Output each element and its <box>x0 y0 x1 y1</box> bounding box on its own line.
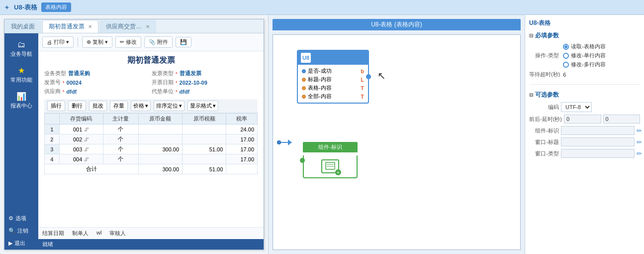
copy-button[interactable]: ⊕ 复制 ▾ <box>82 36 112 48</box>
delay-right-input[interactable] <box>603 115 641 124</box>
print-icon: 🖨 <box>47 39 52 45</box>
print-button[interactable]: 🖨 打印 ▾ <box>42 36 74 48</box>
window-title-input[interactable] <box>561 137 635 146</box>
save-button[interactable]: 💾 <box>176 37 191 47</box>
field-invoice-type: 发票类型 * 普通发票 <box>152 70 258 77</box>
batch-edit-button[interactable]: 批改 <box>89 101 107 111</box>
total-tax: 51.00 <box>183 164 226 174</box>
sidebar-item-business[interactable]: 🗂 业务导航 <box>4 37 38 61</box>
top-bar: ✦ U8-表格 表格内容 <box>0 0 644 15</box>
window-title-row: 窗口-标题 ✏ <box>529 137 640 146</box>
delete-row-button[interactable]: 删行 <box>68 101 86 111</box>
sidebar-item-exit[interactable]: ▶ 退出 <box>4 237 38 250</box>
col-unit: 主计量 <box>103 114 138 125</box>
component-plus-icon: + <box>335 169 341 175</box>
sidebar-item-logout[interactable]: 🔍 注销 <box>4 225 38 237</box>
u8-node[interactable]: U8 是否-成功 b 标题-内容 L 表格-内容 <box>297 50 369 104</box>
port-table: 表格-内容 T <box>302 84 364 92</box>
right-panel: U8-表格 ⊟ 必填参数 操作-类型 读取-表格内容 修改-单行内容 修改-多行 <box>525 15 644 254</box>
stock-button[interactable]: 存量 <box>110 101 128 111</box>
middle-panel: U8-表格 (表格内容) U8 是否-成功 b <box>269 15 525 254</box>
edit-button[interactable]: ✏ 修改 <box>115 36 141 48</box>
svg-rect-1 <box>327 164 334 165</box>
display-select[interactable]: 显示格式 ▾ <box>187 101 218 111</box>
col-row-num <box>45 114 60 125</box>
sidebar-bottom: ⚙ 选项 🔍 注销 ▶ 退出 <box>4 212 38 250</box>
data-table: 存货编码 主计量 原币金额 原币税额 税率 1 001 🖇 个 <box>44 113 258 174</box>
tab-close-supplier[interactable]: ✕ <box>146 24 150 29</box>
radio-multi[interactable]: 修改-多行内容 <box>563 61 606 68</box>
tab-bar: 我的桌面 期初普通发票 ✕ 供应商交货… ✕ <box>4 19 264 33</box>
row-tax <box>183 125 226 134</box>
flow-canvas[interactable]: U8 是否-成功 b 标题-内容 L 表格-内容 <box>273 34 521 250</box>
print-dropdown-icon: ▾ <box>66 39 69 45</box>
port-all: 全部-内容 T <box>302 92 364 101</box>
app-title: U8-表格 <box>14 3 37 12</box>
component-node[interactable]: 组件-标识 + <box>303 142 358 178</box>
tab-desktop[interactable]: 我的桌面 <box>4 20 41 33</box>
component-icon-area: + <box>303 155 358 178</box>
table-toolbar: 插行 删行 批改 存量 价格 ▾ 排序定位 ▾ <box>44 99 258 113</box>
total-label: 合计 <box>45 164 139 174</box>
display-dropdown-icon: ▾ <box>213 103 216 109</box>
svg-rect-2 <box>327 166 334 167</box>
price-select[interactable]: 价格 ▾ <box>131 101 151 111</box>
toolbar: 🖨 打印 ▾ ⊕ 复制 ▾ ✏ 修改 <box>38 33 264 51</box>
row-num: 2 <box>45 134 60 144</box>
row-tax <box>183 154 226 164</box>
divider-1 <box>529 84 640 85</box>
component-node-header: 组件-标识 <box>303 142 358 152</box>
radio-single-dot <box>563 53 569 59</box>
radio-read-dot <box>563 44 569 50</box>
tab-invoice[interactable]: 期初普通发票 ✕ <box>42 20 98 33</box>
port-all-dot <box>302 95 306 99</box>
required-section-header[interactable]: ⊟ 必填参数 <box>529 31 640 40</box>
row-amount <box>138 134 182 144</box>
attach-button[interactable]: 📎 附件 <box>144 36 173 48</box>
component-id-edit-icon[interactable]: ✏ <box>637 127 642 134</box>
node-ports: 是否-成功 b 标题-内容 L 表格-内容 T <box>298 65 368 103</box>
sidebar-item-common[interactable]: ★ 常用功能 <box>4 63 38 87</box>
row-tax <box>183 134 226 144</box>
radio-read[interactable]: 读取-表格内容 <box>563 43 606 50</box>
left-panel: 我的桌面 期初普通发票 ✕ 供应商交货… ✕ 🗂 业务导航 <box>0 15 269 254</box>
radio-single[interactable]: 修改-单行内容 <box>563 52 606 59</box>
sidebar-item-options[interactable]: ⚙ 选项 <box>4 212 38 225</box>
order-select[interactable]: 排序定位 ▾ <box>154 101 184 111</box>
window-type-edit-icon[interactable]: ✏ <box>637 150 642 157</box>
encoding-select[interactable]: UTF-8 <box>561 102 592 112</box>
delay-left-input[interactable] <box>564 115 601 124</box>
invoice-header: 业务类型 普通采购 发票类型 * 普通发票 发票号 * <box>44 70 258 95</box>
col-tax: 原币税额 <box>183 114 226 125</box>
window-title-edit-icon[interactable]: ✏ <box>637 138 642 146</box>
separator-1 <box>78 37 78 47</box>
insert-row-button[interactable]: 插行 <box>47 101 65 111</box>
optional-section-header[interactable]: ⊟ 可选参数 <box>529 91 640 99</box>
row-code: 004 🖇 <box>59 154 103 164</box>
window-type-input[interactable] <box>561 149 635 158</box>
radio-multi-dot <box>563 62 569 68</box>
row-num: 3 <box>45 144 60 154</box>
component-id-input[interactable] <box>561 126 635 135</box>
price-dropdown-icon: ▾ <box>145 103 148 109</box>
tab-supplier[interactable]: 供应商交货… ✕ <box>99 20 156 33</box>
app-icon: ✦ <box>4 3 10 11</box>
cursor-arrow: ↖ <box>377 70 386 82</box>
save-icon: 💾 <box>180 39 187 45</box>
port-success-dot <box>302 69 306 73</box>
required-section-label: 必填参数 <box>535 31 559 40</box>
comp-left-port[interactable] <box>300 158 305 163</box>
component-icon-box: + <box>321 159 339 173</box>
sidebar-item-report[interactable]: 📊 报表中心 <box>4 89 38 113</box>
tab-close-invoice[interactable]: ✕ <box>88 24 92 29</box>
node-right-port[interactable] <box>366 74 371 79</box>
right-panel-title: U8-表格 <box>529 19 640 27</box>
row-unit: 个 <box>103 144 138 154</box>
window-type-label: 窗口-类型 <box>529 150 559 157</box>
row-unit: 个 <box>103 154 138 164</box>
component-id-row: 组件-标识 ✏ <box>529 126 640 135</box>
encoding-label: 编码 <box>529 104 559 111</box>
table-row: 3 003 🖇 个 300.00 51.00 17.00 <box>45 144 258 154</box>
logout-icon: 🔍 <box>8 228 15 234</box>
row-code: 002 🖇 <box>59 134 103 144</box>
